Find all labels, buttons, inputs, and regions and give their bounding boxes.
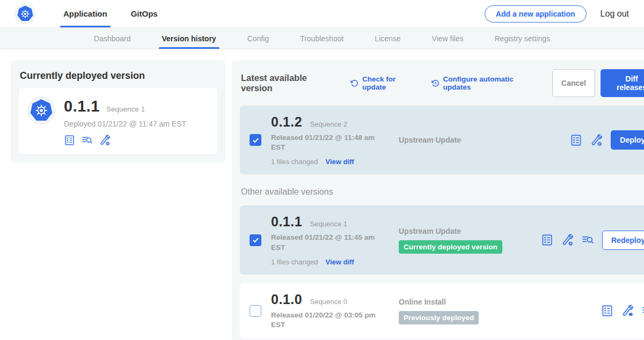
edit-config-icon[interactable]: [99, 135, 111, 146]
subnav-item-troubleshoot[interactable]: Troubleshoot: [291, 28, 352, 49]
topnav-tabs: Application GitOps: [52, 0, 170, 27]
version-sequence: Sequence 1: [310, 220, 347, 228]
app-logo[interactable]: [15, 0, 35, 27]
subnav-label: Version history: [162, 34, 216, 43]
configure-automatic-updates-label: Configure automatic updates: [443, 75, 543, 91]
version-row-0-1-2: 0.1.2 Sequence 2 Released 01/21/22 @ 11:…: [240, 106, 644, 174]
tab-application[interactable]: Application: [52, 0, 119, 27]
tab-gitops[interactable]: GitOps: [119, 0, 170, 27]
preflight-checks-icon[interactable]: [541, 234, 553, 246]
previously-deployed-badge: Previously deployed: [399, 311, 479, 324]
view-diff-link[interactable]: View diff: [325, 258, 354, 266]
subnav-item-version-history[interactable]: Version history: [153, 28, 225, 49]
app-subnav: Dashboard Version history Config Trouble…: [0, 28, 644, 49]
subnav-item-registry-settings[interactable]: Registry settings: [486, 28, 559, 49]
subnav-label: Registry settings: [495, 34, 550, 43]
tab-gitops-label: GitOps: [131, 9, 158, 18]
version-sequence: Sequence 0: [310, 298, 347, 306]
diff-releases-button[interactable]: Diff releases: [601, 69, 644, 97]
view-config-icon[interactable]: [621, 305, 634, 317]
deployed-version-card: 0.1.1 Sequence 1 Deployed 01/21/22 @ 11:…: [19, 88, 217, 154]
latest-available-title: Latest available version: [241, 73, 340, 93]
subnav-label: Dashboard: [94, 34, 131, 43]
released-timestamp: Released 01/20/22 @ 03:05 pm EST: [271, 311, 381, 330]
add-new-application-button[interactable]: Add a new application: [485, 5, 587, 23]
kubernetes-logo-icon: [27, 97, 55, 124]
subnav-label: View files: [432, 34, 464, 43]
top-nav: Application GitOps Add a new application…: [0, 0, 644, 28]
version-source-label: Online Install: [399, 298, 541, 306]
version-sequence: Sequence 2: [310, 120, 347, 128]
deploy-logs-icon[interactable]: [82, 135, 93, 146]
edit-config-icon[interactable]: [561, 234, 574, 246]
version-checkbox[interactable]: [250, 134, 261, 146]
currently-deployed-title: Currently deployed version: [19, 68, 217, 88]
version-source-label: Upstream Update: [399, 136, 541, 144]
preflight-checks-icon[interactable]: [64, 135, 75, 146]
preflight-checks-icon[interactable]: [570, 134, 582, 146]
currently-deployed-panel: Currently deployed version 0.1.1 Sequenc: [11, 60, 225, 162]
deploy-logs-icon[interactable]: [582, 234, 594, 246]
kubernetes-logo-icon: [15, 4, 35, 24]
deployed-version-number: 0.1.1: [64, 98, 100, 115]
version-row-0-1-1: 0.1.1 Sequence 1 Released 01/21/22 @ 11:…: [240, 205, 644, 274]
check-for-update-link[interactable]: Check for update: [350, 75, 421, 91]
redeploy-button[interactable]: Redeploy: [602, 231, 644, 250]
version-checkbox[interactable]: [250, 234, 261, 246]
check-for-update-label: Check for update: [362, 75, 421, 91]
view-diff-link[interactable]: View diff: [325, 158, 354, 166]
subnav-item-view-files[interactable]: View files: [423, 28, 472, 49]
subnav-label: Config: [247, 34, 269, 43]
version-checkbox[interactable]: [250, 305, 261, 317]
edit-config-icon[interactable]: [590, 134, 603, 146]
files-changed-label: 1 files changed: [271, 258, 318, 266]
deployed-version-sequence: Sequence 1: [106, 105, 145, 113]
released-timestamp: Released 01/21/22 @ 11:45 am EST: [271, 233, 381, 252]
configure-automatic-updates-link[interactable]: Configure automatic updates: [431, 75, 543, 91]
refresh-icon: [350, 79, 359, 88]
preflight-checks-icon[interactable]: [601, 305, 613, 317]
schedule-update-icon: [431, 79, 440, 88]
subnav-item-license[interactable]: License: [366, 28, 409, 49]
logout-link[interactable]: Log out: [601, 9, 629, 19]
version-source-label: Upstream Update: [399, 227, 541, 235]
subnav-label: License: [375, 34, 400, 43]
subnav-item-dashboard[interactable]: Dashboard: [85, 28, 140, 49]
tab-application-label: Application: [63, 9, 107, 18]
currently-deployed-badge: Currently deployed version: [399, 240, 502, 254]
subnav-item-config[interactable]: Config: [239, 28, 277, 49]
version-number: 0.1.2: [271, 114, 302, 129]
deployed-timestamp: Deployed 01/21/22 @ 11:47 am EST: [64, 120, 186, 128]
deploy-button[interactable]: Deploy: [611, 130, 644, 150]
released-timestamp: Released 01/21/22 @ 11:48 am EST: [271, 133, 381, 152]
subnav-label: Troubleshoot: [300, 34, 343, 43]
version-number: 0.1.1: [271, 214, 302, 229]
cancel-button[interactable]: Cancel: [552, 69, 595, 97]
other-versions-title: Other available versions: [241, 187, 644, 197]
version-row-0-1-0: 0.1.0 Sequence 0 Released 01/20/22 @ 03:…: [240, 283, 644, 338]
deploy-logs-icon[interactable]: [642, 305, 644, 317]
version-history-panel: Latest available version Check for updat…: [232, 60, 644, 340]
files-changed-label: 1 files changed: [271, 158, 318, 166]
version-number: 0.1.0: [271, 292, 302, 307]
